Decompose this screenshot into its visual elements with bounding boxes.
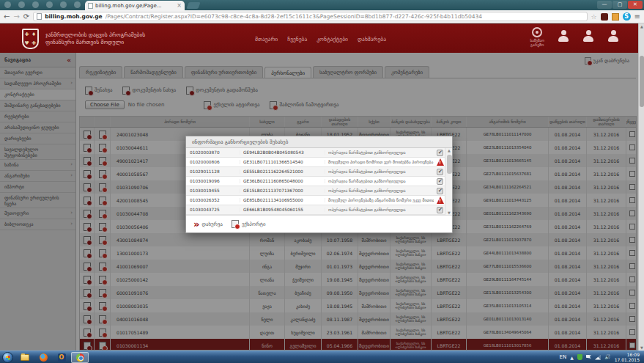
taskbar-explorer[interactable] xyxy=(16,352,34,363)
window-close-button[interactable]: ✕ xyxy=(628,1,643,9)
users-icon[interactable] xyxy=(582,30,594,43)
url-path: /Pages/Contract/Register.aspx?ID=e6073c9… xyxy=(106,13,482,20)
account-number: GE85LB0211134106955000 xyxy=(240,198,325,202)
taskbar-firefox[interactable] xyxy=(34,352,52,363)
browser-tab[interactable]: billing.moh.gov.ge/Page... × xyxy=(85,1,185,10)
dialog-result-row: 01020003870 GE94LB2B0B04B045080543 ოპერა… xyxy=(186,148,452,158)
url-host: billing.moh.gov.ge xyxy=(45,13,102,20)
taskbar-chrome[interactable] xyxy=(71,352,89,363)
start-button[interactable] xyxy=(2,352,13,363)
personal-number: 01029011128 xyxy=(186,169,240,174)
status-icon xyxy=(437,207,443,213)
browser-toolbar: ← → ⟳ billing.moh.gov.ge /Pages/Contract… xyxy=(0,10,644,23)
result-message: ოპერაცია წარმატებით განხორციელდა xyxy=(325,150,434,155)
background-icons xyxy=(4,1,81,8)
nav-link-contacts[interactable]: კონტაქტები xyxy=(317,36,348,43)
skype-icon[interactable]: S xyxy=(623,12,631,21)
export-button[interactable]: ექსპორტი xyxy=(242,221,266,227)
flag-icon[interactable] xyxy=(586,355,591,360)
export-icon[interactable] xyxy=(232,220,239,228)
status-icon xyxy=(437,169,443,175)
dialog-title: ინფორმაცია განხორციელების შესახებ xyxy=(186,136,452,148)
result-message: ოპერაცია წარმატებით განხორციელდა xyxy=(325,188,434,193)
firefox-icon xyxy=(40,353,48,362)
nav-link-home[interactable]: მთავარი xyxy=(255,36,278,43)
dialog-result-row: 01030019096 GE36LB0211160865048000 ოპერა… xyxy=(186,177,452,186)
import-result-dialog: ინფორმაცია განხორციელების შესახებ 010200… xyxy=(185,136,453,233)
browser-menu-icon[interactable]: ≡ xyxy=(634,12,640,21)
main-area: ნავიგაცია « მთავარი გვერდი › სადაზღვევო … xyxy=(0,53,638,351)
scrollbar-thumb[interactable] xyxy=(447,155,452,174)
dialog-scrollbar[interactable]: ▲ ▼ xyxy=(445,148,452,215)
account-number: GE94LB2B0B04B045080543 xyxy=(240,150,325,155)
page-icon xyxy=(37,13,42,20)
status-icon xyxy=(437,158,444,166)
result-message: მოცემული პირადი ნომრით ვერ მოიძებნა პირო… xyxy=(325,160,434,164)
personal-number: 01030019455 xyxy=(186,188,240,193)
user-icon[interactable] xyxy=(558,30,569,43)
favicon xyxy=(88,3,93,9)
status-icon xyxy=(437,197,444,204)
site-title: ჯანმრთელობის დაცვის პროგრამების ფინანსურ… xyxy=(45,32,145,46)
reload-icon[interactable]: ⟳ xyxy=(23,12,29,22)
extension-icon[interactable] xyxy=(612,13,619,21)
status-icon xyxy=(437,178,443,185)
dialog-result-row: 01030026352 GE85LB0211134106955000 მოცემ… xyxy=(186,196,452,205)
status-icon xyxy=(437,150,443,156)
action-center-icon[interactable] xyxy=(577,354,582,360)
tab-close-icon[interactable]: × xyxy=(177,3,182,9)
page-scrollbar[interactable]: ▲ ▼ xyxy=(638,23,644,351)
bookmark-star-icon[interactable]: ☆ xyxy=(591,13,597,21)
tab-title: billing.moh.gov.ge/Page... xyxy=(95,3,174,9)
personal-number: 01030026352 xyxy=(186,198,240,202)
site-header: ✚♦♥✚ ჯანმრთელობის დაცვის პროგრამების ფინ… xyxy=(0,23,644,53)
status-icon xyxy=(437,188,443,194)
result-message: მოცემულ პიროვნებაზე ანგარიშის ნომერი უკვ… xyxy=(325,198,434,202)
account-number: GE36LB0211160865048000 xyxy=(240,179,325,183)
ministry-logo-icon: ✚♦♥✚ xyxy=(22,29,39,49)
new-tab-button[interactable] xyxy=(186,2,200,9)
screen: billing.moh.gov.ge/Page... × — ▢ ✕ ← → ⟳… xyxy=(0,0,644,363)
dialog-result-row: 01030019455 GE15LB0211137071367000 ოპერა… xyxy=(186,186,452,196)
extension-icon[interactable] xyxy=(601,13,608,21)
account-number: GE15LB0211137071367000 xyxy=(240,188,325,193)
personal-number: 01030019096 xyxy=(186,179,240,183)
dialog-result-row: 01030043725 GE66LB1B09548045060155 ოპერა… xyxy=(186,205,452,215)
dialog-result-row: 01029011128 GE55LB0211162264521000 ოპერა… xyxy=(186,167,452,177)
personal-number: 01030043725 xyxy=(186,208,240,212)
explorer-icon xyxy=(21,354,29,361)
network-icon[interactable] xyxy=(595,355,601,360)
dialog-result-row: 01020000806 GE31LB0711101366514540 მოცემ… xyxy=(186,158,452,167)
taskbar-outlook[interactable]: O xyxy=(53,352,70,363)
taskbar-clock[interactable]: 16:09 17.01.2015 xyxy=(615,352,640,362)
windows-taskbar: O EN ▲ 🔊 16:09 17.01.2015 xyxy=(0,351,644,363)
account-number: GE31LB0711101366514540 xyxy=(240,160,325,164)
workspace-icon xyxy=(532,27,542,37)
workspace-button[interactable]: სამუშაო გარემო xyxy=(530,27,544,47)
result-message: ოპერაცია წარმატებით განხორციელდა xyxy=(325,208,434,212)
back-icon[interactable]: ← xyxy=(4,12,10,22)
account-number: GE66LB1B09548045060155 xyxy=(240,208,325,212)
outlook-icon: O xyxy=(58,353,66,362)
close-button[interactable]: დახურვა xyxy=(201,221,222,227)
nav-link-help[interactable]: დახმარება xyxy=(358,36,386,43)
account-number: GE55LB0211162264521000 xyxy=(240,169,325,174)
personal-number: 01020000806 xyxy=(186,160,240,164)
header-nav: მთავარი ჩვენება კონტაქტები დახმარება xyxy=(255,36,386,43)
personal-number: 01020003870 xyxy=(186,150,240,155)
volume-icon[interactable]: 🔊 xyxy=(604,354,611,360)
scrollbar-thumb[interactable] xyxy=(640,56,644,107)
browser-tab-strip: billing.moh.gov.ge/Page... × — ▢ ✕ xyxy=(0,0,644,10)
address-bar[interactable]: billing.moh.gov.ge /Pages/Contract/Regis… xyxy=(33,12,587,21)
profile-icon[interactable] xyxy=(607,30,619,43)
chrome-icon xyxy=(76,353,84,362)
result-message: ოპერაცია წარმატებით განხორციელდა xyxy=(325,169,434,174)
window-minimize-button[interactable]: — xyxy=(597,1,612,9)
window-maximize-button[interactable]: ▢ xyxy=(612,1,627,9)
hidden-icons-arrow[interactable]: ▲ xyxy=(570,355,574,360)
result-message: ოპერაცია წარმატებით განხორციელდა xyxy=(325,179,434,183)
continue-chevrons-icon[interactable]: » xyxy=(193,220,199,229)
nav-link-about[interactable]: ჩვენება xyxy=(287,36,307,43)
forward-icon[interactable]: → xyxy=(13,12,19,22)
language-indicator[interactable]: EN xyxy=(560,354,567,360)
